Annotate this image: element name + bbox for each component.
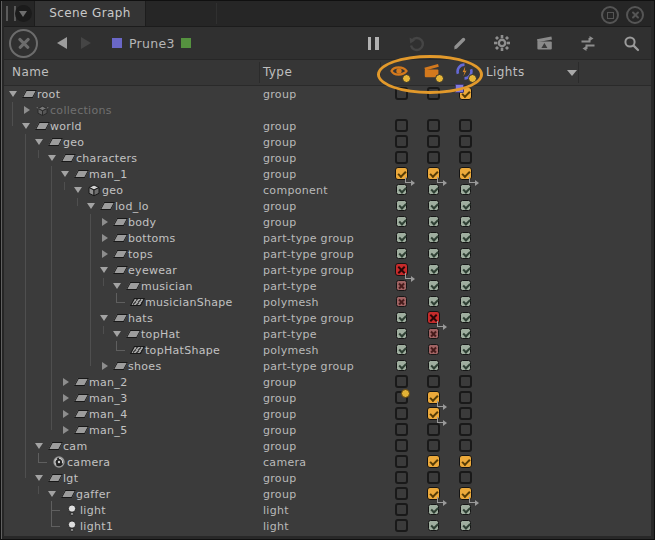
- toggle-renderable[interactable]: [428, 264, 439, 275]
- toggle-light-linking[interactable]: [459, 487, 472, 500]
- tree-row-geo[interactable]: geocomponent: [4, 182, 651, 198]
- toggle-light-linking[interactable]: [460, 232, 471, 243]
- tree-row-geo[interactable]: geogroup: [4, 134, 651, 150]
- toggle-light-linking[interactable]: [460, 312, 471, 323]
- pane-left-edge[interactable]: [1, 1, 4, 539]
- collapse-arrow-icon[interactable]: [112, 326, 125, 342]
- tree-row-musician[interactable]: musicianpart-type: [4, 278, 651, 294]
- tree-row-body[interactable]: bodygroup: [4, 214, 651, 230]
- toggle-renderable[interactable]: [428, 184, 439, 195]
- toggle-renderable[interactable]: [427, 407, 440, 420]
- toggle-renderable[interactable]: [428, 360, 439, 371]
- tree-row-man_3[interactable]: man_3group: [4, 390, 651, 406]
- toggle-renderable[interactable]: [427, 167, 440, 180]
- toggle-viewer-visibility[interactable]: [395, 519, 408, 532]
- toggle-viewer-visibility[interactable]: [395, 167, 408, 180]
- toggle-viewer-visibility[interactable]: [395, 407, 408, 420]
- tree-row-bottoms[interactable]: bottomspart-type group: [4, 230, 651, 246]
- tree-row-tops[interactable]: topspart-type group: [4, 246, 651, 262]
- toggle-renderable[interactable]: [428, 520, 439, 531]
- toggle-viewer-visibility[interactable]: [396, 232, 407, 243]
- toggle-viewer-visibility[interactable]: [395, 391, 408, 404]
- toggle-viewer-visibility[interactable]: [396, 280, 407, 291]
- toggle-viewer-visibility[interactable]: [395, 263, 408, 276]
- tab-scene-graph[interactable]: Scene Graph: [34, 1, 146, 26]
- light-linking-icon[interactable]: [456, 63, 474, 81]
- tree-row-lgt[interactable]: lgtgroup: [4, 470, 651, 486]
- toggle-renderable[interactable]: [428, 216, 439, 227]
- toggle-viewer-visibility[interactable]: [395, 503, 408, 516]
- collapse-arrow-icon[interactable]: [112, 278, 125, 294]
- back-button[interactable]: [57, 37, 67, 49]
- close-button[interactable]: [626, 6, 644, 24]
- forward-button[interactable]: [81, 37, 91, 49]
- toggle-light-linking[interactable]: [459, 471, 472, 484]
- undo-button[interactable]: [407, 34, 425, 52]
- toggle-renderable[interactable]: [427, 423, 440, 436]
- pencil-button[interactable]: [450, 34, 468, 52]
- toggle-renderable[interactable]: [427, 87, 440, 100]
- collapse-arrow-icon[interactable]: [86, 198, 99, 214]
- toggle-renderable[interactable]: [428, 248, 439, 259]
- toggle-light-linking[interactable]: [460, 216, 471, 227]
- tree-row-root[interactable]: rootgroup: [4, 86, 651, 102]
- search-icon[interactable]: [622, 34, 640, 52]
- collapse-arrow-icon[interactable]: [47, 150, 60, 166]
- toggle-viewer-visibility[interactable]: [396, 248, 407, 259]
- toggle-renderable[interactable]: [428, 232, 439, 243]
- toggle-light-linking[interactable]: [460, 360, 471, 371]
- collapse-arrow-icon[interactable]: [99, 262, 112, 278]
- toggle-light-linking[interactable]: [460, 248, 471, 259]
- collapse-arrow-icon[interactable]: [34, 470, 47, 486]
- toggle-renderable[interactable]: [427, 455, 440, 468]
- toggle-renderable[interactable]: [428, 296, 439, 307]
- pane-menu-button[interactable]: [15, 5, 32, 22]
- toggle-viewer-visibility[interactable]: [396, 344, 407, 355]
- collapse-arrow-icon[interactable]: [21, 118, 34, 134]
- toggle-renderable[interactable]: [427, 439, 440, 452]
- tree-row-characters[interactable]: charactersgroup: [4, 150, 651, 166]
- toggle-light-linking[interactable]: [459, 407, 472, 420]
- gear-button[interactable]: [493, 34, 511, 52]
- tree-row-world[interactable]: worldgroup: [4, 118, 651, 134]
- toggle-viewer-visibility[interactable]: [396, 200, 407, 211]
- toggle-renderable[interactable]: [428, 200, 439, 211]
- tree-row-light[interactable]: lightlight: [4, 502, 651, 518]
- sync-button[interactable]: [579, 34, 597, 52]
- lights-filter-dropdown[interactable]: Lights: [486, 60, 525, 85]
- expand-arrow-icon[interactable]: [21, 102, 34, 118]
- pause-button[interactable]: [364, 34, 382, 52]
- restore-button[interactable]: [601, 6, 619, 24]
- tree-row-topHat[interactable]: topHatpart-type: [4, 326, 651, 342]
- toggle-light-linking[interactable]: [459, 455, 472, 468]
- tree-row-light1[interactable]: light1light: [4, 518, 651, 534]
- toggle-renderable[interactable]: [427, 471, 440, 484]
- toggle-renderable[interactable]: [427, 151, 440, 164]
- tree-row-cam[interactable]: camgroup: [4, 438, 651, 454]
- toggle-light-linking[interactable]: [460, 280, 471, 291]
- toggle-renderable[interactable]: [427, 311, 440, 324]
- toggle-renderable[interactable]: [427, 135, 440, 148]
- tree-row-man_1[interactable]: man_1group: [4, 166, 651, 182]
- chevron-down-icon[interactable]: [567, 70, 577, 76]
- expand-arrow-icon[interactable]: [99, 214, 112, 230]
- renderable-icon[interactable]: [423, 63, 441, 81]
- toggle-viewer-visibility[interactable]: [395, 135, 408, 148]
- toggle-renderable[interactable]: [428, 344, 439, 355]
- collapse-arrow-icon[interactable]: [99, 310, 112, 326]
- toggle-light-linking[interactable]: [459, 391, 472, 404]
- collapse-arrow-icon[interactable]: [73, 182, 86, 198]
- toggle-viewer-visibility[interactable]: [395, 439, 408, 452]
- toggle-renderable[interactable]: [427, 119, 440, 132]
- expand-arrow-icon[interactable]: [99, 358, 112, 374]
- tree-row-topHatShape[interactable]: topHatShapepolymesh: [4, 342, 651, 358]
- collapse-arrow-icon[interactable]: [8, 86, 21, 102]
- toggle-light-linking[interactable]: [459, 119, 472, 132]
- collapse-arrow-icon[interactable]: [34, 134, 47, 150]
- toggle-light-linking[interactable]: [460, 520, 471, 531]
- toggle-viewer-visibility[interactable]: [395, 423, 408, 436]
- tree-row-collections[interactable]: collections: [4, 102, 651, 118]
- toggle-renderable[interactable]: [428, 504, 439, 515]
- toggle-viewer-visibility[interactable]: [396, 360, 407, 371]
- toggle-light-linking[interactable]: [460, 264, 471, 275]
